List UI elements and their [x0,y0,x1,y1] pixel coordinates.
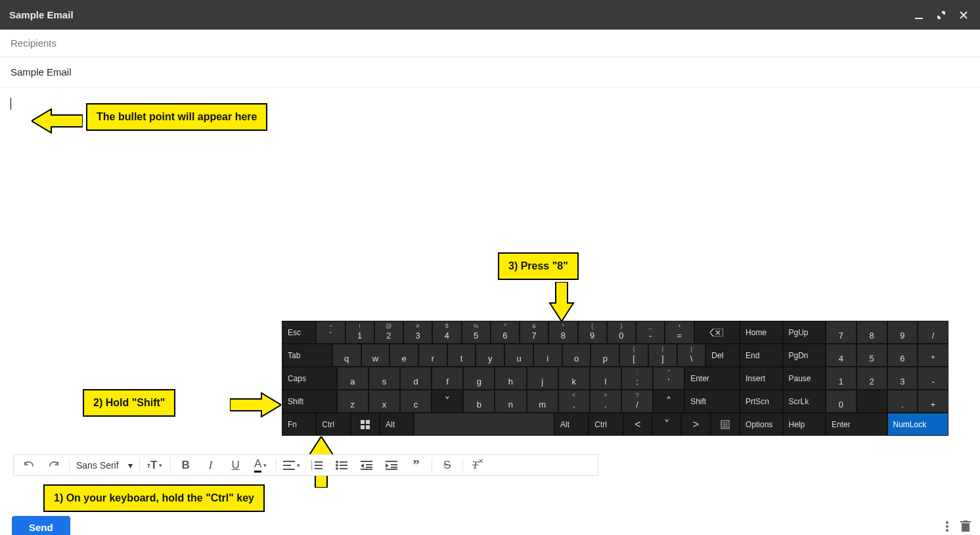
key-[interactable]: < [624,413,652,435]
key-ctrl[interactable]: Ctrl [589,413,622,435]
key-7[interactable]: 7 [826,321,856,343]
key-3[interactable]: 3 [888,367,918,389]
key-insert[interactable]: Insert [740,367,782,389]
key-fn[interactable]: Fn [282,413,315,435]
key-enter[interactable]: Enter [826,413,887,435]
key-k[interactable]: k [559,367,589,389]
key-r[interactable]: r [419,344,447,366]
key-0[interactable]: 0 [826,390,856,412]
key-i[interactable]: i [534,344,562,366]
key-b[interactable]: b [464,390,494,412]
strike-button[interactable]: S [435,455,460,476]
key-[interactable]: |\ [678,344,705,366]
key-f[interactable]: f [432,367,462,389]
key-n[interactable]: n [495,390,525,412]
key-help[interactable]: Help [784,413,826,435]
key-[interactable]: ˄ [654,390,684,412]
key-7[interactable]: &7 [520,321,548,343]
key-options[interactable]: Options [740,413,782,435]
key-end[interactable]: End [740,344,782,366]
key-menu[interactable] [711,413,739,435]
key-3[interactable]: #3 [404,321,432,343]
key-pause[interactable]: Pause [784,367,826,389]
key-[interactable]: }] [649,344,677,366]
key-m[interactable]: m [527,390,558,412]
key-v[interactable]: ˅ [653,413,680,435]
key-5[interactable]: %5 [462,321,490,343]
key-shift[interactable]: Shift [685,390,739,412]
key-[interactable]: - [918,367,948,389]
key-0[interactable]: )0 [608,321,635,343]
key-e[interactable]: e [390,344,418,366]
key-u[interactable]: u [505,344,533,366]
send-button[interactable]: Send [12,516,70,535]
key-x[interactable]: x [369,390,399,412]
quote-button[interactable]: ” [404,455,429,476]
key-1[interactable]: !1 [346,321,374,343]
subject-field[interactable]: Sample Email [0,57,980,87]
key-ctrl[interactable]: Ctrl [317,413,349,435]
key-home[interactable]: Home [740,321,782,343]
key-2[interactable]: @2 [375,321,403,343]
key-d[interactable]: d [401,367,431,389]
key-1[interactable]: 1 [826,367,856,389]
key-4[interactable]: $4 [433,321,460,343]
key-y[interactable]: y [476,344,504,366]
key-numlock[interactable]: NumLock [888,413,948,435]
key-[interactable]: <, [559,390,589,412]
key-shift[interactable]: Shift [282,390,336,412]
key-bksp[interactable] [695,321,740,343]
indent-more-button[interactable] [379,455,404,476]
underline-button[interactable]: U [223,455,248,476]
undo-button[interactable] [16,455,41,476]
key-8[interactable]: 8 [857,321,887,343]
key-[interactable]: . [888,390,918,412]
numbered-list-button[interactable]: 123 [304,455,329,476]
key-j[interactable]: j [527,367,558,389]
key-w[interactable]: w [362,344,390,366]
key-4[interactable]: 4 [826,344,856,366]
more-options-button[interactable] [946,521,948,532]
key-9[interactable]: (9 [579,321,606,343]
key-l[interactable]: l [590,367,621,389]
key-s[interactable]: s [369,367,399,389]
key-pgdn[interactable]: PgDn [784,344,826,366]
key-8[interactable]: *8 [549,321,577,343]
key-enter[interactable]: Enter [685,367,739,389]
key-v[interactable]: ˅ [432,390,462,412]
close-button[interactable] [956,8,971,22]
key-space[interactable] [414,413,554,435]
fontsize-button[interactable]: тT▾ [143,455,167,476]
key-pgup[interactable]: PgUp [784,321,826,343]
key-[interactable]: * [918,344,948,366]
key-6[interactable]: 6 [888,344,918,366]
key-9[interactable]: 9 [888,321,918,343]
align-button[interactable]: ▾ [279,455,304,476]
key-g[interactable]: g [464,367,494,389]
key-alt[interactable]: Alt [555,413,588,435]
indent-less-button[interactable] [354,455,379,476]
trash-button[interactable] [960,521,971,532]
key-[interactable]: > [682,413,709,435]
key-2[interactable]: 2 [857,367,887,389]
key-tab[interactable]: Tab [282,344,332,366]
key-a[interactable]: a [338,367,368,389]
key-o[interactable]: o [563,344,590,366]
italic-button[interactable]: I [198,455,223,476]
key-[interactable]: "' [654,367,684,389]
key-p[interactable]: p [591,344,619,366]
recipients-field[interactable]: Recipients [0,30,980,57]
key-[interactable]: {[ [620,344,648,366]
bullet-list-button[interactable] [329,455,354,476]
key-del[interactable]: Del [706,344,739,366]
key-5[interactable]: 5 [857,344,887,366]
key-blank[interactable] [857,390,887,412]
key-[interactable]: >. [590,390,621,412]
key-caps[interactable]: Caps [282,367,336,389]
key-scrlk[interactable]: ScrLk [784,390,826,412]
key-z[interactable]: z [338,390,368,412]
key-prtscn[interactable]: PrtScn [740,390,782,412]
font-select[interactable]: Sans Serif ▾ [72,460,137,471]
popout-button[interactable] [934,8,948,22]
key-c[interactable]: c [401,390,431,412]
